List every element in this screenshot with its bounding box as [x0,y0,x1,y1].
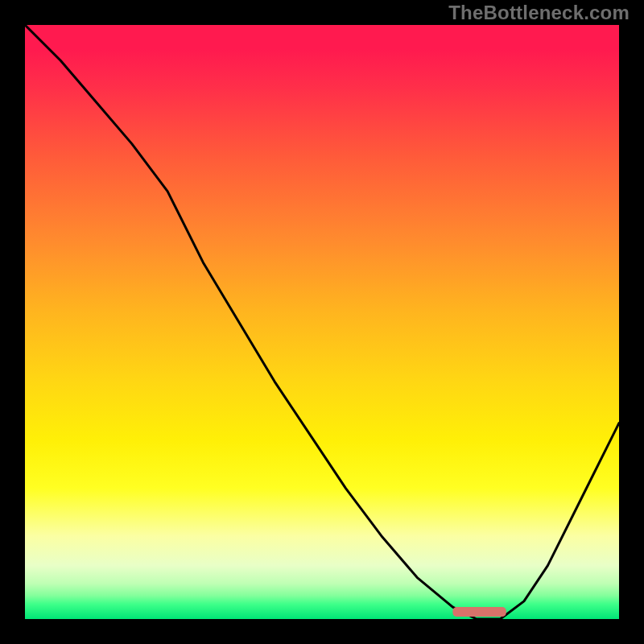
curve-path [25,25,619,619]
plot-area [25,25,619,619]
chart-svg [25,25,619,619]
attribution-label: TheBottleneck.com [448,2,630,24]
chart-frame: TheBottleneck.com [0,0,644,644]
minimum-marker [452,607,506,617]
